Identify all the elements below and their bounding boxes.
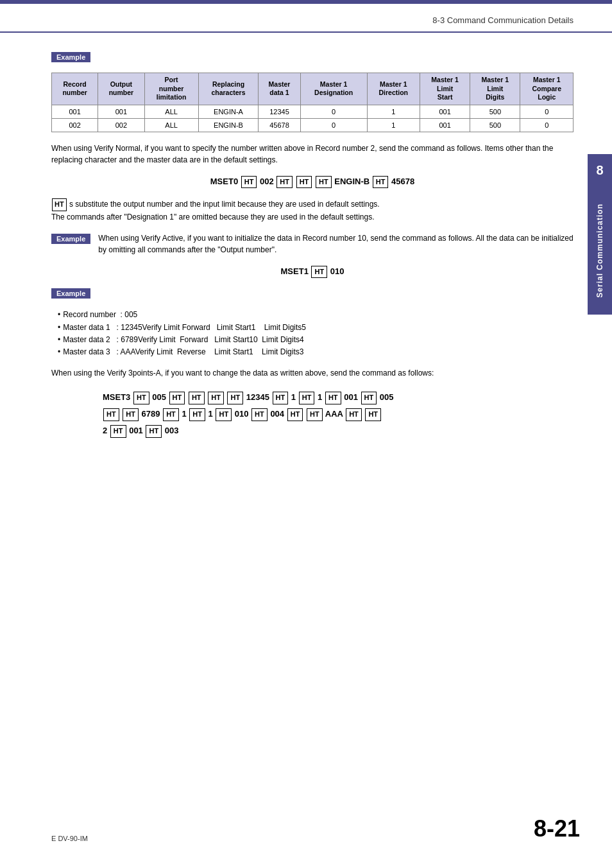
mset3-line1: MSET3 HT 005 HT HT HT HT 12345 HT 1 HT 1… — [103, 389, 574, 406]
ht1: HT — [241, 176, 257, 188]
page-number-area: 8-21 — [534, 815, 580, 842]
page-number: 8-21 — [534, 815, 580, 842]
ht-note-line2: The commands after "Designation 1" are o… — [51, 211, 574, 223]
footer-doc: E DV-90-IM — [51, 835, 88, 842]
footer: E DV-90-IM — [51, 835, 88, 842]
sidebar-label-text: Serial Communication — [595, 204, 604, 298]
table-cell: 1 — [367, 105, 420, 118]
page-container: 8-3 Command Communication Details Exampl… — [0, 0, 612, 868]
ht-inline1: HT — [52, 198, 67, 211]
mset3-line3: 2 HT 001 HT 003 — [103, 422, 574, 439]
bullet-master2: Master data 2 : 6789Verify Limit Forward… — [58, 334, 574, 346]
table-cell: 45678 — [259, 118, 300, 132]
table-cell: 001 — [420, 105, 470, 118]
example2-badge: Example — [51, 234, 90, 244]
table-cell: 002 — [52, 118, 98, 132]
bullet-master1: Master data 1 : 12345Verify Limit Forwar… — [58, 322, 574, 334]
table-cell: 500 — [470, 105, 520, 118]
ht-mset1: HT — [311, 266, 327, 278]
example2-body-text: When using Verify Active, if you want to… — [98, 232, 574, 256]
col-record: Recordnumber — [52, 73, 98, 105]
chapter-badge: 8 — [588, 154, 612, 187]
col-output: Outputnumber — [98, 73, 144, 105]
table-cell: 1 — [367, 118, 420, 132]
mset3-line2: HT HT 6789 HT 1 HT 1 HT 010 HT 004 HT HT… — [103, 406, 574, 422]
mset3-command: MSET3 HT 005 HT HT HT HT 12345 HT 1 HT 1… — [103, 389, 574, 439]
table-cell: 12345 — [259, 105, 300, 118]
table-row: 001001ALLENGIN-A12345010015000 — [52, 105, 574, 118]
example2-row: Example When using Verify Active, if you… — [51, 232, 574, 256]
ht3: HT — [296, 176, 312, 188]
col-master1-limit-digits: Master 1LimitDigits — [470, 73, 520, 105]
table-cell: ENGIN-B — [198, 118, 259, 132]
table-cell: ENGIN-A — [198, 105, 259, 118]
bullet-list: Record number : 005 Master data 1 : 1234… — [58, 309, 574, 358]
col-master-data1: Masterdata 1 — [259, 73, 300, 105]
example3-badge: Example — [51, 288, 90, 299]
table-cell: 001 — [420, 118, 470, 132]
col-master1-compare: Master 1CompareLogic — [520, 73, 574, 105]
ht4: HT — [316, 176, 332, 188]
ht-note: HT s substitute the output number and th… — [51, 198, 574, 223]
example1-body-text: When using Verify Normal, if you want to… — [51, 143, 574, 166]
page-title: 8-3 Command Communication Details — [432, 15, 574, 25]
mset0-command: MSET0 HT 002 HT HT HT ENGIN-B HT 45678 — [51, 176, 574, 188]
page-title-bar: 8-3 Command Communication Details — [0, 4, 612, 33]
table-cell: 001 — [52, 105, 98, 118]
table-cell: 0 — [300, 118, 367, 132]
table-cell: 0 — [520, 105, 574, 118]
chapter-number: 8 — [596, 163, 603, 177]
col-master1-dir: Master 1Direction — [367, 73, 420, 105]
table-cell: 500 — [470, 118, 520, 132]
table-cell: ALL — [144, 105, 198, 118]
mset1-command: MSET1 HT 010 — [51, 266, 574, 278]
bullet-master3: Master data 3 : AAAVerify Limit Reverse … — [58, 346, 574, 358]
table-cell: 0 — [300, 105, 367, 118]
col-replacing: Replacingcharacters — [198, 73, 259, 105]
sidebar-label-container: Serial Communication — [588, 186, 612, 315]
bullet-record: Record number : 005 — [58, 309, 574, 321]
col-port: Portnumberlimitation — [144, 73, 198, 105]
example1-badge: Example — [51, 52, 90, 62]
main-content: Example Recordnumber Outputnumber Portnu… — [0, 46, 612, 488]
ht2: HT — [276, 176, 293, 188]
data-table: Recordnumber Outputnumber Portnumberlimi… — [51, 73, 574, 132]
table-cell: 0 — [520, 118, 574, 132]
col-master1-limit-start: Master 1LimitStart — [420, 73, 470, 105]
table-cell: ALL — [144, 118, 198, 132]
table-cell: 002 — [98, 118, 144, 132]
col-master1-desig: Master 1Designation — [300, 73, 367, 105]
table-cell: 001 — [98, 105, 144, 118]
ht5: HT — [373, 176, 389, 188]
table-row: 002002ALLENGIN-B45678010015000 — [52, 118, 574, 132]
example3-body-text: When using the Verify 3points-A, if you … — [51, 367, 574, 379]
